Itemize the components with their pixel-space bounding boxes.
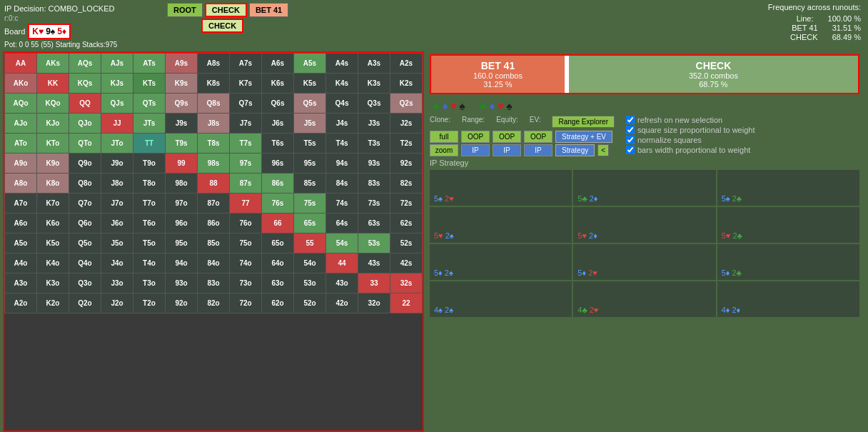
matrix-cell[interactable]: A9s: [166, 54, 198, 74]
matrix-cell[interactable]: 53s: [358, 233, 390, 253]
matrix-cell[interactable]: K8o: [37, 174, 69, 194]
matrix-cell[interactable]: 84o: [198, 253, 230, 273]
matrix-cell[interactable]: 63s: [358, 214, 390, 233]
matrix-cell[interactable]: ATo: [5, 134, 37, 154]
matrix-cell[interactable]: AQo: [5, 94, 37, 114]
matrix-cell[interactable]: J6o: [101, 214, 133, 233]
matrix-cell[interactable]: 54s: [326, 233, 358, 253]
matrix-cell[interactable]: T4o: [133, 253, 166, 273]
matrix-cell[interactable]: 82o: [198, 293, 230, 313]
matrix-cell[interactable]: Q5s: [294, 94, 326, 114]
matrix-cell[interactable]: 63o: [262, 273, 294, 293]
matrix-cell[interactable]: A2s: [390, 54, 423, 74]
matrix-cell[interactable]: K8s: [198, 74, 230, 94]
matrix-cell[interactable]: A5o: [5, 233, 37, 253]
matrix-cell[interactable]: 72s: [390, 194, 423, 214]
matrix-cell[interactable]: QQ: [69, 94, 101, 114]
matrix-cell[interactable]: J4o: [101, 253, 133, 273]
matrix-cell[interactable]: J2s: [390, 114, 423, 134]
matrix-cell[interactable]: J7s: [230, 114, 262, 134]
matrix-cell[interactable]: Q2s: [390, 94, 423, 114]
matrix-cell[interactable]: J8o: [101, 174, 133, 194]
matrix-cell[interactable]: T7o: [133, 194, 166, 214]
matrix-cell[interactable]: J7o: [101, 194, 133, 214]
matrix-cell[interactable]: 98s: [198, 154, 230, 174]
matrix-cell[interactable]: 22: [390, 293, 423, 313]
matrix-cell[interactable]: QJs: [101, 94, 133, 114]
oop-button-3[interactable]: OOP: [524, 131, 552, 143]
matrix-cell[interactable]: JTo: [101, 134, 133, 154]
range-explorer-button[interactable]: Range Explorer: [552, 116, 614, 128]
matrix-cell[interactable]: 64o: [262, 253, 294, 273]
matrix-cell[interactable]: JJ: [101, 114, 133, 134]
matrix-cell[interactable]: J8s: [198, 114, 230, 134]
matrix-cell[interactable]: 96s: [262, 154, 294, 174]
matrix-cell[interactable]: KTo: [37, 134, 69, 154]
matrix-cell[interactable]: 82s: [390, 174, 423, 194]
oop-button-1[interactable]: OOP: [461, 131, 490, 143]
matrix-cell[interactable]: A3o: [5, 273, 37, 293]
matrix-cell[interactable]: ATs: [133, 54, 166, 74]
matrix-cell[interactable]: T3s: [358, 134, 390, 154]
matrix-cell[interactable]: K7s: [230, 74, 262, 94]
matrix-cell[interactable]: 76s: [262, 194, 294, 214]
matrix-cell[interactable]: AKo: [5, 74, 37, 94]
matrix-cell[interactable]: KJo: [37, 114, 69, 134]
matrix-cell[interactable]: Q3o: [69, 273, 101, 293]
matrix-cell[interactable]: 87s: [230, 174, 262, 194]
strategy-plus-ev-button[interactable]: Strategy + EV: [555, 131, 612, 143]
matrix-cell[interactable]: J3s: [358, 114, 390, 134]
matrix-cell[interactable]: Q4s: [326, 94, 358, 114]
matrix-cell[interactable]: KJs: [101, 74, 133, 94]
cb-bars-width[interactable]: [626, 146, 635, 154]
arrow-button[interactable]: <: [597, 144, 609, 156]
matrix-cell[interactable]: T8o: [133, 174, 166, 194]
matrix-cell[interactable]: K4o: [37, 253, 69, 273]
matrix-cell[interactable]: K5s: [294, 74, 326, 94]
cb-square-size[interactable]: [626, 126, 635, 134]
matrix-cell[interactable]: J5s: [294, 114, 326, 134]
matrix-cell[interactable]: 93s: [358, 154, 390, 174]
matrix-cell[interactable]: J9o: [101, 154, 133, 174]
strategy-button[interactable]: Strategy: [555, 144, 595, 156]
matrix-cell[interactable]: 98o: [166, 174, 198, 194]
matrix-cell[interactable]: AQs: [69, 54, 101, 74]
matrix-cell[interactable]: 83s: [358, 174, 390, 194]
matrix-cell[interactable]: 86o: [198, 214, 230, 233]
matrix-cell[interactable]: Q2o: [69, 293, 101, 313]
matrix-cell[interactable]: Q8o: [69, 174, 101, 194]
matrix-cell[interactable]: J5o: [101, 233, 133, 253]
matrix-cell[interactable]: 73s: [358, 194, 390, 214]
bet41-button[interactable]: BET 41: [249, 3, 288, 17]
matrix-cell[interactable]: 74s: [326, 194, 358, 214]
matrix-cell[interactable]: 94o: [166, 253, 198, 273]
matrix-cell[interactable]: 77: [230, 194, 262, 214]
matrix-cell[interactable]: Q7o: [69, 194, 101, 214]
ip-button-1[interactable]: IP: [461, 144, 490, 156]
matrix-cell[interactable]: T4s: [326, 134, 358, 154]
matrix-cell[interactable]: Q6o: [69, 214, 101, 233]
matrix-cell[interactable]: Q9s: [166, 94, 198, 114]
matrix-cell[interactable]: K2o: [37, 293, 69, 313]
full-button[interactable]: full: [430, 131, 458, 143]
matrix-cell[interactable]: T5s: [294, 134, 326, 154]
matrix-cell[interactable]: A4s: [326, 54, 358, 74]
matrix-cell[interactable]: A3s: [358, 54, 390, 74]
matrix-cell[interactable]: 85s: [294, 174, 326, 194]
matrix-cell[interactable]: 42s: [390, 253, 423, 273]
cb-refresh[interactable]: [626, 116, 635, 124]
matrix-cell[interactable]: T9o: [133, 154, 166, 174]
matrix-cell[interactable]: AA: [5, 54, 37, 74]
matrix-cell[interactable]: 97o: [166, 194, 198, 214]
matrix-cell[interactable]: 76o: [230, 214, 262, 233]
matrix-cell[interactable]: 95o: [166, 233, 198, 253]
matrix-cell[interactable]: AKs: [37, 54, 69, 74]
matrix-cell[interactable]: A4o: [5, 253, 37, 273]
matrix-cell[interactable]: QTo: [69, 134, 101, 154]
grid-cell[interactable]: 5♠ 2♣: [717, 170, 859, 206]
grid-cell[interactable]: 4♠ 2♠: [430, 281, 572, 317]
matrix-cell[interactable]: Q4o: [69, 253, 101, 273]
matrix-cell[interactable]: A6o: [5, 214, 37, 233]
ip-button-2[interactable]: IP: [493, 144, 521, 156]
matrix-cell[interactable]: K6o: [37, 214, 69, 233]
